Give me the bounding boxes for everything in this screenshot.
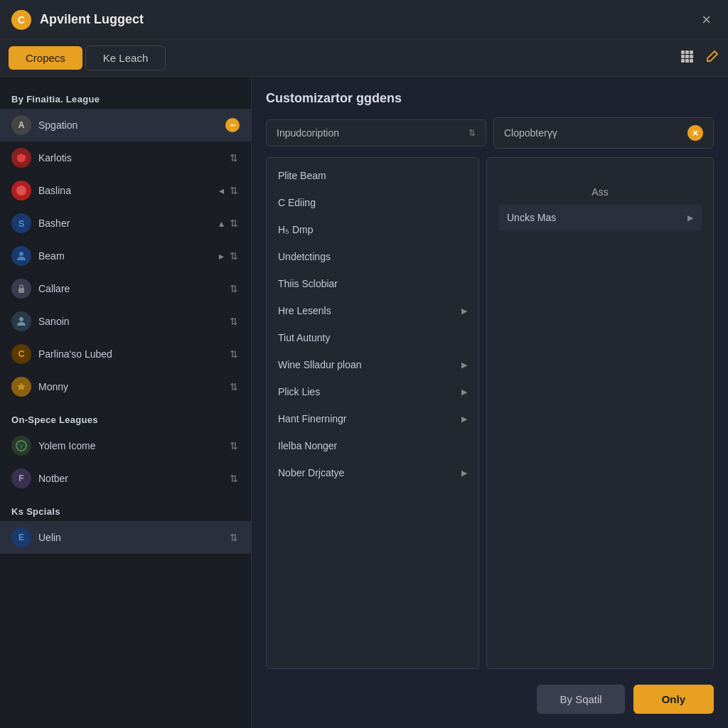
menu-item-label: Hre Lesenls — [278, 305, 331, 316]
svg-rect-6 — [681, 59, 685, 63]
close-dropdown-badge[interactable]: × — [687, 125, 703, 141]
menu-item-label: Wine Slladur ploan — [278, 359, 362, 370]
app-logo: C — [11, 10, 31, 30]
menu-item-arrow: ▶ — [461, 469, 467, 478]
tabs-row: Cropecs Ke Leach — [0, 40, 728, 77]
svg-rect-7 — [685, 59, 689, 63]
svg-rect-2 — [690, 50, 693, 54]
menu-item-thiis-sclobiar[interactable]: Thiis Sclobiar — [267, 270, 478, 297]
league-item-parlinaso[interactable]: C Parlina'so Lubed ⇅ — [0, 338, 251, 370]
league-icon-karlotis — [11, 148, 31, 168]
league-icon-spgation: A — [11, 115, 31, 135]
sort-btn-uelin[interactable]: ⇅ — [228, 530, 240, 545]
menu-item-wine-slladur[interactable]: Wine Slladur ploan ▶ — [267, 351, 478, 378]
dropdown-row: Inpudcoription ⇅ Clopobterγγ × — [266, 117, 714, 149]
dropdown-container: Plite Beam C Ediing H₅ Dmp Undetctings T… — [266, 157, 714, 669]
primary-button[interactable]: Only — [633, 685, 714, 714]
secondary-button[interactable]: By Sqatil — [537, 685, 624, 714]
league-controls-notber: ⇅ — [228, 471, 240, 486]
menu-item-nober-drjcatye[interactable]: Nober Drjcatye ▶ — [267, 459, 478, 486]
menu-item-plite-beam[interactable]: Plite Beam — [267, 162, 478, 189]
sort-btn-notber[interactable]: ⇅ — [228, 471, 240, 486]
menu-item-arrow: ▶ — [461, 306, 467, 316]
menu-item-label: Plite Beam — [278, 170, 326, 181]
menu-item-arrow: ▶ — [461, 360, 467, 370]
menu-item-label: Plick Lies — [278, 386, 320, 397]
league-icon-baslina — [11, 181, 31, 200]
league-item-notber[interactable]: F Notber ⇅ — [0, 462, 251, 495]
close-button[interactable]: × — [696, 8, 717, 32]
svg-rect-5 — [690, 55, 693, 58]
league-item-karlotis[interactable]: Karlotis ⇅ — [0, 141, 251, 174]
menu-item-c-ediing[interactable]: C Ediing — [267, 189, 478, 216]
sub-item-label: Uncks Mas — [507, 212, 556, 223]
dropdown-output-label: Clopobterγγ — [504, 127, 557, 139]
svg-point-9 — [16, 186, 26, 196]
league-controls-callare: ⇅ — [228, 282, 240, 296]
league-name-beam: Beam — [38, 250, 210, 262]
sort-btn-beam[interactable]: ⇅ — [228, 249, 240, 263]
league-item-baslina[interactable]: Baslina ◂ ⇅ — [0, 174, 251, 207]
sub-item-uncks-mas[interactable]: Uncks Mas ▶ — [498, 205, 702, 230]
league-item-monny[interactable]: Monny ⇅ — [0, 370, 251, 403]
sort-btn-callare[interactable]: ⇅ — [228, 282, 240, 296]
league-icon-notber: F — [11, 469, 31, 488]
svg-rect-8 — [690, 59, 693, 63]
arrow-up-btn-basher[interactable]: ▴ — [218, 216, 225, 230]
grid-icon[interactable] — [680, 49, 694, 67]
sort-btn-yolemicome[interactable]: ⇅ — [228, 439, 240, 453]
tab-cropecs[interactable]: Cropecs — [9, 46, 82, 70]
section3-title: Ks Spcials — [0, 500, 251, 521]
dropdown-output[interactable]: Clopobterγγ × — [493, 117, 714, 149]
league-item-uelin[interactable]: E Uelin ⇅ — [0, 521, 251, 554]
menu-item-hre-lesenls[interactable]: Hre Lesenls ▶ — [267, 297, 478, 324]
menu-item-label: H₅ Dmp — [278, 224, 314, 235]
league-item-yolemicome[interactable]: Y Yolem Icome ⇅ — [0, 429, 251, 462]
sort-btn-karlotis[interactable]: ⇅ — [228, 151, 240, 165]
league-icon-beam — [11, 246, 31, 266]
sub-label: Ass — [498, 186, 702, 198]
league-name-yolemicome: Yolem Icome — [38, 440, 221, 451]
league-controls-parlinaso: ⇅ — [228, 347, 240, 361]
sort-btn-monny[interactable]: ⇅ — [228, 380, 240, 394]
league-icon-yolemicome: Y — [11, 436, 31, 456]
league-controls-baslina: ◂ ⇅ — [218, 183, 240, 198]
sort-btn-parlinaso[interactable]: ⇅ — [228, 347, 240, 361]
tab-ke-leach[interactable]: Ke Leach — [85, 46, 166, 70]
dropdown-input[interactable]: Inpudcoription ⇅ — [266, 119, 486, 146]
section1-title: By Finaitia. League — [0, 88, 251, 109]
svg-rect-11 — [18, 288, 24, 293]
menu-item-plick-lies[interactable]: Plick Lies ▶ — [267, 378, 478, 405]
arrow-left-btn-baslina[interactable]: ◂ — [218, 183, 225, 198]
league-name-spgation: Spgation — [38, 119, 218, 131]
pencil-icon[interactable] — [705, 49, 719, 67]
league-name-karlotis: Karlotis — [38, 152, 221, 164]
menu-item-label: Undetctings — [278, 251, 331, 262]
league-item-spgation[interactable]: A Spgation − — [0, 109, 251, 141]
league-item-beam[interactable]: Beam ▸ ⇅ — [0, 240, 251, 272]
sort-btn-sanoin[interactable]: ⇅ — [228, 314, 240, 328]
svg-rect-4 — [685, 55, 689, 58]
bottom-buttons: By Sqatil Only — [266, 678, 714, 714]
minus-badge[interactable]: − — [225, 118, 240, 132]
svg-point-12 — [19, 317, 23, 321]
menu-item-tiut-autunty[interactable]: Tiut Autunty — [267, 324, 478, 351]
svg-text:Y: Y — [19, 443, 23, 450]
menu-item-h5-dmp[interactable]: H₅ Dmp — [267, 216, 478, 243]
menu-item-hant-finerningr[interactable]: Hant Finerningr ▶ — [267, 405, 478, 432]
league-controls-monny: ⇅ — [228, 380, 240, 394]
sort-btn-baslina[interactable]: ⇅ — [228, 183, 240, 198]
dropdown-input-label: Inpudcoription — [277, 127, 339, 139]
menu-item-undetctings[interactable]: Undetctings — [267, 243, 478, 270]
league-name-basher: Basher — [38, 218, 210, 229]
menu-item-ilelba-nonger[interactable]: Ilelba Nonger — [267, 432, 478, 459]
league-item-sanoin[interactable]: Sanoin ⇅ — [0, 305, 251, 338]
league-controls-yolemicome: ⇅ — [228, 439, 240, 453]
arrow-right-btn-beam[interactable]: ▸ — [218, 249, 225, 263]
league-name-sanoin: Sanoin — [38, 316, 221, 327]
league-item-basher[interactable]: S Basher ▴ ⇅ — [0, 207, 251, 240]
sort-btn-basher[interactable]: ⇅ — [228, 216, 240, 230]
menu-item-label: Ilelba Nonger — [278, 440, 337, 451]
league-item-callare[interactable]: Callare ⇅ — [0, 272, 251, 305]
svg-rect-1 — [685, 50, 689, 54]
